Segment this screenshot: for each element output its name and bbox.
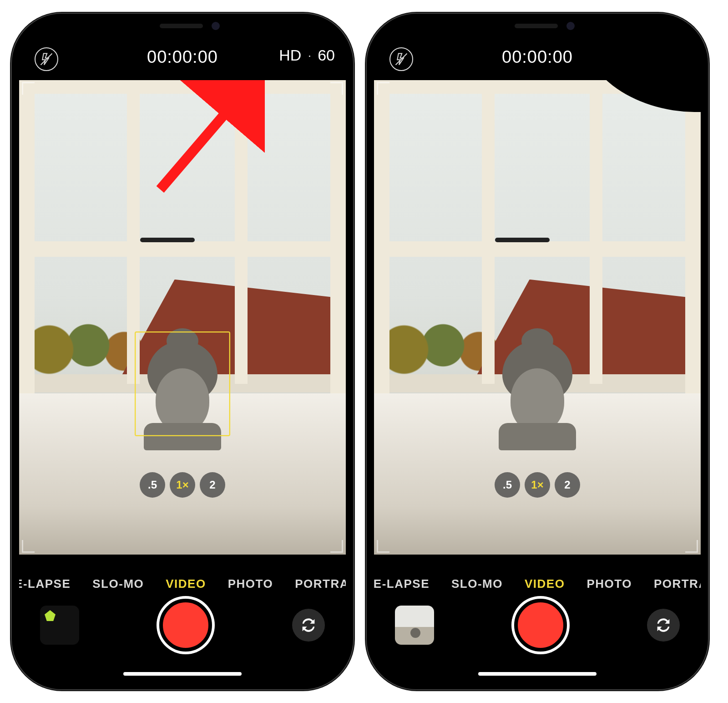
resolution-button[interactable]: HD [279,46,301,64]
home-indicator[interactable] [123,672,242,676]
resolution-fps-group[interactable]: HD · 60 [279,46,335,64]
scene-subject [499,341,576,450]
zoom-wide-button[interactable]: .5 [495,472,520,498]
flip-camera-icon [654,616,672,634]
home-indicator[interactable] [478,672,597,676]
mode-timelapse[interactable]: ME-LAPSE [19,577,71,591]
viewfinder-corner-icon [22,82,35,95]
mode-photo[interactable]: PHOTO [228,577,273,591]
fps-button[interactable]: 60 [318,46,335,64]
viewfinder-corner-icon [22,540,35,553]
bottom-controls [374,596,701,655]
phone-left: 00:00:00 HD · 60 [12,14,353,689]
flip-camera-icon [299,616,318,634]
zoom-tele-button[interactable]: 2 [200,472,225,498]
zoom-controls: .5 1× 2 [140,472,225,498]
zoom-tele-button[interactable]: 2 [555,472,580,498]
viewfinder-corner-icon [330,540,343,553]
flip-camera-button[interactable] [292,609,325,642]
mode-selector[interactable]: ME-LAPSE SLO-MO VIDEO PHOTO PORTRAIT [19,577,346,591]
notch [465,14,610,38]
camera-screen: 00:00:00 4K · 30 .5 1 [374,21,701,682]
window-latch-icon [495,238,550,242]
zoom-1x-button[interactable]: 1× [170,472,195,498]
viewfinder[interactable]: .5 1× 2 [374,80,701,555]
mode-photo[interactable]: PHOTO [586,577,632,591]
camera-screen: 00:00:00 HD · 60 [19,21,346,682]
mode-video[interactable]: VIDEO [525,577,565,591]
viewfinder[interactable]: .5 1× 2 [19,80,346,555]
bottom-controls [19,596,346,655]
focus-box[interactable] [135,331,230,436]
zoom-1x-button[interactable]: 1× [525,472,550,498]
phone-right: 00:00:00 4K · 30 .5 1 [367,14,708,689]
record-button[interactable] [159,599,212,652]
flip-camera-button[interactable] [647,609,680,642]
mode-portrait[interactable]: PORTRAI [654,577,701,591]
mode-slomo[interactable]: SLO-MO [451,577,503,591]
viewfinder-corner-icon [377,540,389,553]
mode-selector[interactable]: ME-LAPSE SLO-MO VIDEO PHOTO PORTRAI [374,577,701,591]
viewfinder-corner-icon [377,82,389,95]
mode-video[interactable]: VIDEO [166,577,206,591]
mode-timelapse[interactable]: ME-LAPSE [374,577,430,591]
last-photo-thumbnail[interactable] [395,606,434,645]
viewfinder-corner-icon [685,540,698,553]
zoom-controls: .5 1× 2 [495,472,580,498]
separator-dot: · [308,48,311,63]
notch [110,14,255,38]
record-button[interactable] [514,599,567,652]
mode-slomo[interactable]: SLO-MO [92,577,144,591]
last-photo-thumbnail[interactable] [40,606,79,645]
viewfinder-corner-icon [330,82,343,95]
window-latch-icon [140,238,195,242]
mode-portrait[interactable]: PORTRAIT [295,577,346,591]
zoom-wide-button[interactable]: .5 [140,472,165,498]
